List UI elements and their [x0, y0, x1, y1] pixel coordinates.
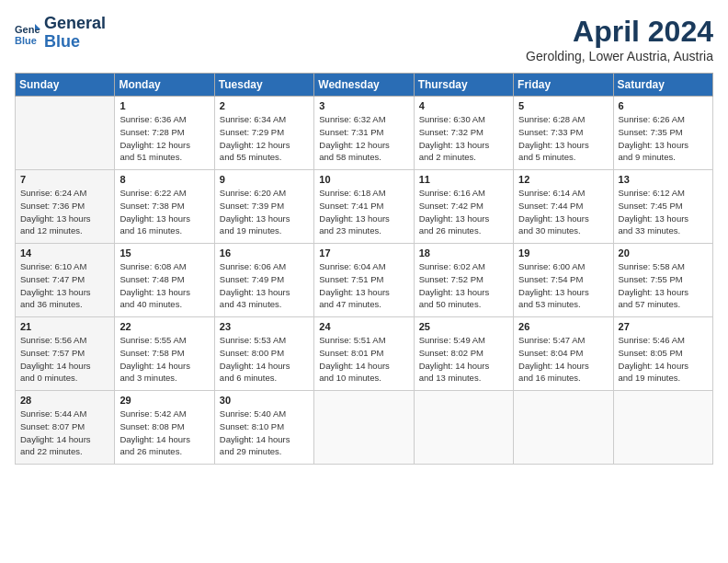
day-cell: 22Sunrise: 5:55 AMSunset: 7:58 PMDayligh…: [115, 317, 214, 391]
col-header-saturday: Saturday: [613, 74, 712, 97]
col-header-thursday: Thursday: [414, 74, 513, 97]
day-info: Sunrise: 6:20 AMSunset: 7:39 PMDaylight:…: [220, 187, 309, 237]
day-cell: 9Sunrise: 6:20 AMSunset: 7:39 PMDaylight…: [214, 170, 313, 244]
day-number: 27: [619, 321, 708, 332]
week-row-1: 1Sunrise: 6:36 AMSunset: 7:28 PMDaylight…: [16, 97, 713, 170]
day-cell: 6Sunrise: 6:26 AMSunset: 7:35 PMDaylight…: [613, 97, 712, 170]
day-info: Sunrise: 5:58 AMSunset: 7:55 PMDaylight:…: [619, 260, 708, 311]
day-info: Sunrise: 6:30 AMSunset: 7:32 PMDaylight:…: [419, 113, 508, 164]
day-cell: 29Sunrise: 5:42 AMSunset: 8:08 PMDayligh…: [115, 391, 214, 465]
location: Gerolding, Lower Austria, Austria: [526, 49, 713, 63]
day-number: 23: [220, 321, 309, 332]
calendar-header-row: SundayMondayTuesdayWednesdayThursdayFrid…: [16, 74, 713, 97]
day-cell: [414, 391, 513, 465]
day-info: Sunrise: 5:47 AMSunset: 8:04 PMDaylight:…: [518, 334, 608, 385]
day-number: 19: [518, 247, 608, 259]
day-info: Sunrise: 5:42 AMSunset: 8:08 PMDaylight:…: [119, 408, 209, 458]
day-number: 3: [319, 100, 408, 111]
day-number: 14: [20, 247, 109, 259]
day-cell: 15Sunrise: 6:08 AMSunset: 7:48 PMDayligh…: [115, 244, 214, 317]
day-info: Sunrise: 6:36 AMSunset: 7:28 PMDaylight:…: [119, 113, 209, 164]
day-number: 29: [119, 395, 209, 406]
day-cell: 7Sunrise: 6:24 AMSunset: 7:36 PMDaylight…: [16, 170, 115, 244]
day-cell: [514, 391, 613, 465]
title-block: April 2024 Gerolding, Lower Austria, Aus…: [526, 15, 713, 63]
day-number: 25: [419, 321, 508, 332]
day-info: Sunrise: 5:40 AMSunset: 8:10 PMDaylight:…: [220, 408, 309, 458]
day-info: Sunrise: 6:10 AMSunset: 7:47 PMDaylight:…: [20, 260, 109, 311]
day-number: 4: [419, 100, 508, 111]
day-cell: 18Sunrise: 6:02 AMSunset: 7:52 PMDayligh…: [414, 244, 513, 317]
svg-text:Blue: Blue: [15, 35, 37, 46]
day-info: Sunrise: 6:34 AMSunset: 7:29 PMDaylight:…: [220, 113, 309, 164]
day-cell: 13Sunrise: 6:12 AMSunset: 7:45 PMDayligh…: [613, 170, 712, 244]
day-info: Sunrise: 5:51 AMSunset: 8:01 PMDaylight:…: [319, 334, 408, 385]
col-header-wednesday: Wednesday: [314, 74, 414, 97]
day-cell: 16Sunrise: 6:06 AMSunset: 7:49 PMDayligh…: [214, 244, 313, 317]
day-cell: 27Sunrise: 5:46 AMSunset: 8:05 PMDayligh…: [613, 317, 712, 391]
day-cell: 3Sunrise: 6:32 AMSunset: 7:31 PMDaylight…: [314, 97, 414, 170]
day-info: Sunrise: 6:00 AMSunset: 7:54 PMDaylight:…: [518, 260, 608, 311]
day-cell: 21Sunrise: 5:56 AMSunset: 7:57 PMDayligh…: [16, 317, 115, 391]
day-info: Sunrise: 5:46 AMSunset: 8:05 PMDaylight:…: [619, 334, 708, 385]
day-info: Sunrise: 6:14 AMSunset: 7:44 PMDaylight:…: [518, 187, 608, 237]
day-cell: [314, 391, 414, 465]
day-info: Sunrise: 5:49 AMSunset: 8:02 PMDaylight:…: [419, 334, 508, 385]
day-number: 15: [119, 247, 209, 259]
day-info: Sunrise: 6:04 AMSunset: 7:51 PMDaylight:…: [319, 260, 408, 311]
logo-text: General Blue: [44, 15, 106, 52]
day-cell: 11Sunrise: 6:16 AMSunset: 7:42 PMDayligh…: [414, 170, 513, 244]
day-number: 16: [220, 247, 309, 259]
day-cell: 17Sunrise: 6:04 AMSunset: 7:51 PMDayligh…: [314, 244, 414, 317]
day-number: 11: [419, 174, 508, 185]
day-number: 18: [419, 247, 508, 259]
week-row-5: 28Sunrise: 5:44 AMSunset: 8:07 PMDayligh…: [16, 391, 713, 465]
day-cell: 19Sunrise: 6:00 AMSunset: 7:54 PMDayligh…: [514, 244, 613, 317]
week-row-2: 7Sunrise: 6:24 AMSunset: 7:36 PMDaylight…: [16, 170, 713, 244]
day-number: 10: [319, 174, 408, 185]
day-info: Sunrise: 5:56 AMSunset: 7:57 PMDaylight:…: [20, 334, 109, 385]
logo-icon: General Blue: [15, 20, 40, 46]
month-year: April 2024: [526, 15, 713, 49]
day-number: 9: [220, 174, 309, 185]
day-info: Sunrise: 5:44 AMSunset: 8:07 PMDaylight:…: [20, 408, 109, 458]
day-info: Sunrise: 6:32 AMSunset: 7:31 PMDaylight:…: [319, 113, 408, 164]
day-cell: 10Sunrise: 6:18 AMSunset: 7:41 PMDayligh…: [314, 170, 414, 244]
day-number: 2: [220, 100, 309, 111]
day-number: 26: [518, 321, 608, 332]
day-cell: 5Sunrise: 6:28 AMSunset: 7:33 PMDaylight…: [514, 97, 613, 170]
day-info: Sunrise: 6:08 AMSunset: 7:48 PMDaylight:…: [119, 260, 209, 311]
col-header-friday: Friday: [514, 74, 613, 97]
day-cell: 25Sunrise: 5:49 AMSunset: 8:02 PMDayligh…: [414, 317, 513, 391]
day-cell: 14Sunrise: 6:10 AMSunset: 7:47 PMDayligh…: [16, 244, 115, 317]
day-cell: 2Sunrise: 6:34 AMSunset: 7:29 PMDaylight…: [214, 97, 313, 170]
day-number: 13: [619, 174, 708, 185]
day-cell: [613, 391, 712, 465]
day-number: 21: [20, 321, 109, 332]
col-header-tuesday: Tuesday: [214, 74, 313, 97]
day-number: 28: [20, 395, 109, 406]
day-number: 22: [119, 321, 209, 332]
day-info: Sunrise: 6:18 AMSunset: 7:41 PMDaylight:…: [319, 187, 408, 237]
day-cell: [16, 97, 115, 170]
day-number: 8: [119, 174, 209, 185]
day-info: Sunrise: 6:12 AMSunset: 7:45 PMDaylight:…: [619, 187, 708, 237]
day-info: Sunrise: 6:06 AMSunset: 7:49 PMDaylight:…: [220, 260, 309, 311]
calendar-table: SundayMondayTuesdayWednesdayThursdayFrid…: [15, 73, 713, 465]
day-cell: 20Sunrise: 5:58 AMSunset: 7:55 PMDayligh…: [613, 244, 712, 317]
page-header: General Blue General Blue April 2024 Ger…: [15, 15, 713, 63]
day-cell: 28Sunrise: 5:44 AMSunset: 8:07 PMDayligh…: [16, 391, 115, 465]
day-number: 1: [119, 100, 209, 111]
day-info: Sunrise: 6:16 AMSunset: 7:42 PMDaylight:…: [419, 187, 508, 237]
day-number: 7: [20, 174, 109, 185]
day-cell: 23Sunrise: 5:53 AMSunset: 8:00 PMDayligh…: [214, 317, 313, 391]
day-cell: 24Sunrise: 5:51 AMSunset: 8:01 PMDayligh…: [314, 317, 414, 391]
day-number: 24: [319, 321, 408, 332]
day-info: Sunrise: 5:53 AMSunset: 8:00 PMDaylight:…: [220, 334, 309, 385]
day-info: Sunrise: 6:28 AMSunset: 7:33 PMDaylight:…: [518, 113, 608, 164]
day-info: Sunrise: 6:02 AMSunset: 7:52 PMDaylight:…: [419, 260, 508, 311]
day-number: 20: [619, 247, 708, 259]
day-cell: 4Sunrise: 6:30 AMSunset: 7:32 PMDaylight…: [414, 97, 513, 170]
logo: General Blue General Blue: [15, 15, 106, 52]
day-cell: 8Sunrise: 6:22 AMSunset: 7:38 PMDaylight…: [115, 170, 214, 244]
